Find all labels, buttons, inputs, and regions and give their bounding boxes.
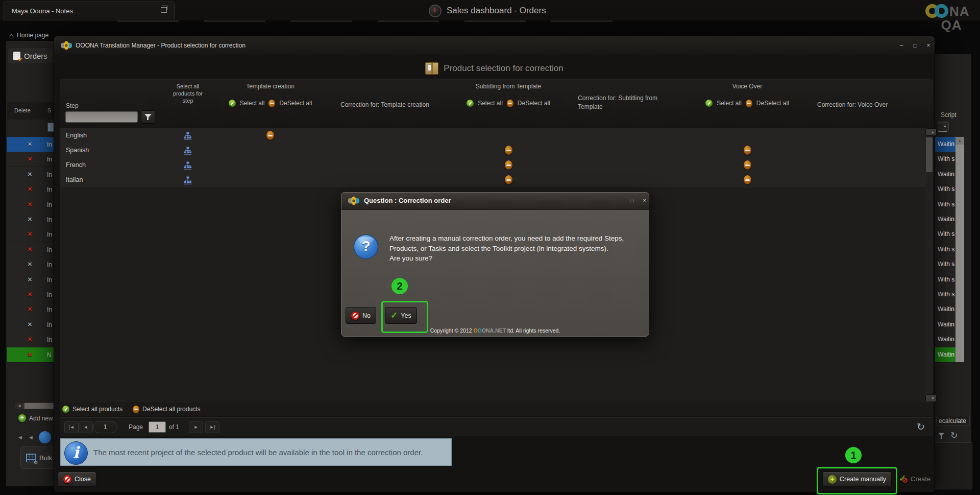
- scroll-down-icon[interactable]: ▼: [925, 394, 937, 402]
- order-row[interactable]: ×In: [7, 332, 54, 347]
- deselect-all-products-icon[interactable]: [133, 406, 139, 413]
- select-all-products-link[interactable]: Select all products: [72, 406, 122, 413]
- page-range-pill[interactable]: 1: [93, 421, 117, 433]
- order-row[interactable]: ×In: [7, 302, 54, 317]
- order-row[interactable]: ×N: [7, 347, 54, 363]
- prev-page-icon[interactable]: ◄: [28, 434, 34, 440]
- recalculate-button[interactable]: ecalculate: [936, 415, 970, 426]
- select-products-tree-icon[interactable]: [184, 176, 192, 184]
- minimize-button[interactable]: –: [614, 197, 624, 204]
- order-row[interactable]: ×In: [7, 182, 54, 197]
- delete-icon[interactable]: ×: [28, 350, 32, 359]
- script-filter-dropdown[interactable]: ▼: [938, 122, 954, 131]
- horizontal-scrollbar[interactable]: ◄: [15, 403, 60, 409]
- scroll-left-icon[interactable]: ◄: [15, 403, 23, 409]
- restore-window-icon[interactable]: [161, 7, 167, 13]
- modal-title-bar[interactable]: Question : Correction order – □ ×: [341, 193, 649, 210]
- delete-icon[interactable]: ×: [28, 335, 32, 344]
- select-all-icon[interactable]: [229, 100, 236, 107]
- close-window-button[interactable]: ×: [640, 197, 649, 204]
- minimize-button[interactable]: –: [896, 41, 906, 50]
- select-all-link[interactable]: Select all: [717, 100, 742, 107]
- deselect-all-icon[interactable]: [746, 100, 752, 107]
- order-row[interactable]: ×In: [7, 152, 54, 167]
- vertical-scrollbar[interactable]: ▲: [955, 137, 964, 362]
- background-pager[interactable]: ◄ ◄: [17, 431, 51, 443]
- select-products-tree-icon[interactable]: [184, 147, 192, 155]
- deselect-marker-icon[interactable]: [744, 160, 751, 170]
- select-products-tree-icon[interactable]: [184, 161, 192, 170]
- chevron-down-icon[interactable]: ▼: [938, 122, 949, 131]
- deselect-marker-icon[interactable]: [505, 160, 512, 170]
- select-all-products-icon[interactable]: [62, 406, 69, 413]
- deselect-all-icon[interactable]: [507, 100, 513, 107]
- deselect-marker-icon[interactable]: [266, 131, 274, 140]
- delete-icon[interactable]: ×: [28, 304, 32, 314]
- order-row[interactable]: ×In: [7, 317, 54, 333]
- deselect-marker-icon[interactable]: [505, 146, 512, 155]
- order-row[interactable]: ×In: [7, 227, 54, 242]
- prev-page-button[interactable]: ◄: [79, 421, 93, 433]
- table-row[interactable]: French: [60, 158, 933, 173]
- delete-icon[interactable]: ×: [28, 245, 32, 254]
- cut-icon[interactable]: ×: [28, 260, 32, 269]
- order-row[interactable]: ×In: [7, 272, 54, 288]
- deselect-all-link[interactable]: DeSelect all: [518, 100, 550, 107]
- select-all-icon[interactable]: [467, 100, 474, 107]
- deselect-marker-icon[interactable]: [744, 175, 751, 184]
- table-row[interactable]: Spanish: [60, 143, 933, 158]
- maximize-button[interactable]: □: [627, 197, 636, 204]
- delete-icon[interactable]: ×: [28, 290, 32, 299]
- page-number-input[interactable]: 1: [149, 421, 166, 433]
- clear-filter-icon[interactable]: [938, 433, 944, 439]
- refresh-icon[interactable]: ↻: [950, 431, 958, 440]
- cut-icon[interactable]: ×: [28, 215, 32, 224]
- cut-icon[interactable]: ×: [28, 320, 32, 329]
- first-page-button[interactable]: |◄: [64, 421, 79, 433]
- order-row[interactable]: ×In: [7, 287, 54, 302]
- no-button[interactable]: No: [346, 307, 376, 324]
- cut-icon[interactable]: ×: [28, 170, 32, 179]
- create-button-disabled[interactable]: ✓ Create: [899, 475, 930, 483]
- order-row[interactable]: ×In: [7, 242, 54, 257]
- select-all-link[interactable]: Select all: [478, 100, 503, 107]
- orders-tab[interactable]: Orders: [8, 48, 54, 63]
- deselect-all-link[interactable]: DeSelect all: [756, 100, 789, 107]
- table-row[interactable]: Italian: [60, 173, 933, 188]
- cut-icon[interactable]: ×: [28, 139, 32, 149]
- delete-icon[interactable]: ×: [28, 154, 32, 163]
- select-products-tree-icon[interactable]: [184, 132, 192, 140]
- scroll-up-icon[interactable]: ▲: [925, 128, 937, 136]
- order-row[interactable]: ×In: [7, 167, 54, 182]
- cut-icon[interactable]: ×: [28, 275, 32, 284]
- add-new-button[interactable]: + Add new: [18, 414, 53, 422]
- order-row[interactable]: ×In: [7, 257, 54, 272]
- delete-icon[interactable]: ×: [28, 229, 32, 239]
- delete-icon[interactable]: ×: [28, 184, 32, 194]
- close-button[interactable]: Close: [58, 472, 96, 487]
- first-page-icon[interactable]: ◄: [17, 434, 23, 440]
- select-all-icon[interactable]: [705, 100, 713, 107]
- select-all-link[interactable]: Select all: [240, 100, 265, 107]
- order-row[interactable]: ×In: [7, 137, 54, 152]
- close-window-button[interactable]: ×: [923, 41, 934, 50]
- step-filter-input[interactable]: [65, 111, 138, 123]
- order-row[interactable]: ×In: [7, 212, 54, 227]
- deselect-marker-icon[interactable]: [744, 146, 751, 155]
- deselect-marker-icon[interactable]: [505, 175, 512, 184]
- table-row[interactable]: English: [60, 128, 933, 144]
- scrollbar-thumb[interactable]: [926, 137, 933, 172]
- dialog-title-bar[interactable]: OOONA Translation Manager - Product sele…: [54, 36, 935, 55]
- scroll-up-icon[interactable]: ▲: [955, 137, 964, 145]
- filter-funnel-button[interactable]: [141, 110, 155, 124]
- maximize-button[interactable]: □: [910, 41, 920, 50]
- delete-icon[interactable]: ×: [28, 200, 32, 209]
- notes-tab[interactable]: Maya Ooona - Notes: [4, 2, 175, 21]
- refresh-icon[interactable]: ↻: [917, 421, 925, 433]
- deselect-all-link[interactable]: DeSelect all: [279, 100, 312, 107]
- last-page-button[interactable]: ►|: [205, 421, 219, 433]
- deselect-all-products-link[interactable]: DeSelect all products: [142, 406, 200, 413]
- order-row[interactable]: ×In: [7, 197, 54, 213]
- next-page-button[interactable]: ►: [189, 421, 203, 433]
- deselect-all-icon[interactable]: [268, 100, 275, 107]
